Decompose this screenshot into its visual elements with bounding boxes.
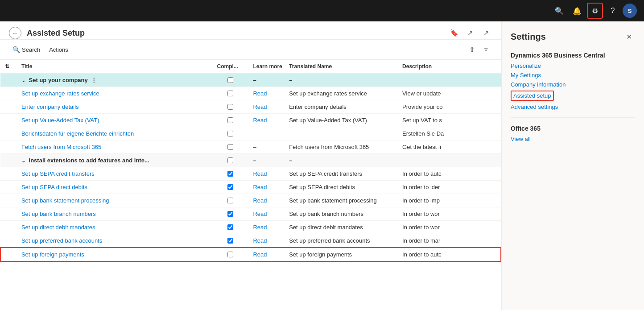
col-title[interactable]: Title — [17, 60, 213, 74]
avatar[interactable]: S — [623, 4, 637, 18]
settings-link-my-settings[interactable]: My Settings — [511, 72, 635, 79]
row-learn[interactable]: Read — [248, 248, 285, 261]
row-learn[interactable]: Read — [248, 234, 285, 248]
table-container[interactable]: ⇅ Title Compl... Learn more Translated N… — [0, 60, 501, 310]
learn-more-link[interactable]: Read — [253, 184, 267, 190]
row-learn[interactable]: Read — [248, 221, 285, 234]
row-title-link[interactable]: Enter company details — [21, 103, 79, 110]
row-title-link[interactable]: Set up preferred bank accounts — [21, 237, 102, 244]
settings-nav-icon[interactable]: ⚙ — [587, 3, 603, 19]
collapse-icon[interactable]: ⌄ — [21, 158, 25, 163]
col-completed[interactable]: Compl... — [213, 60, 249, 74]
table-row[interactable]: Set up bank statement processing Read Se… — [0, 194, 501, 207]
row-title-link[interactable]: Set up SEPA direct debits — [21, 184, 87, 190]
learn-more-link[interactable]: Read — [253, 103, 267, 110]
learn-more-link[interactable]: Read — [253, 251, 267, 258]
row-checkbox[interactable] — [227, 117, 233, 123]
table-row[interactable]: Set up direct debit mandates Read Set up… — [0, 221, 501, 234]
row-sort — [0, 141, 17, 154]
col-translated-name[interactable]: Translated Name — [285, 60, 398, 74]
dots-menu-icon[interactable]: ⋮ — [91, 77, 97, 83]
row-title-link[interactable]: Set up SEPA credit transfers — [21, 170, 95, 177]
row-learn[interactable]: Read — [248, 167, 285, 181]
col-sort[interactable]: ⇅ — [0, 60, 17, 74]
settings-link-view-all[interactable]: View all — [511, 136, 635, 142]
row-title-link[interactable]: Berichtsdaten für eigene Berichte einric… — [21, 130, 134, 137]
row-checkbox[interactable] — [227, 104, 233, 110]
table-row[interactable]: Set up preferred bank accounts Read Set … — [0, 234, 501, 248]
row-desc: In order to autc — [398, 167, 501, 181]
group-learn: – — [248, 74, 285, 87]
group-checkbox[interactable] — [227, 157, 233, 163]
row-title-link[interactable]: Set up direct debit mandates — [21, 224, 95, 231]
row-checkbox[interactable] — [227, 252, 233, 257]
group-row[interactable]: ⌄ Install extensions to add features and… — [0, 154, 501, 167]
group-row-title[interactable]: ⌄ Set up your company ⋮ — [17, 74, 213, 87]
row-checkbox[interactable] — [227, 91, 233, 96]
settings-close-button[interactable]: ✕ — [623, 30, 635, 43]
row-checkbox[interactable] — [227, 184, 233, 190]
row-learn[interactable]: Read — [248, 114, 285, 127]
highlighted-table-row[interactable]: Set up foreign payments Read Set up fore… — [0, 248, 501, 261]
learn-more-link[interactable]: Read — [253, 117, 267, 124]
row-learn[interactable]: Read — [248, 100, 285, 114]
group-row-title[interactable]: ⌄ Install extensions to add features and… — [17, 154, 213, 167]
row-checkbox[interactable] — [227, 144, 233, 150]
toolbar-right: ⇧ ▿ — [466, 43, 492, 56]
table-row[interactable]: Berichtsdaten für eigene Berichte einric… — [0, 127, 501, 141]
row-checkbox[interactable] — [227, 238, 233, 244]
settings-link-company-info[interactable]: Company information — [511, 81, 635, 88]
row-title-link[interactable]: Fetch users from Microsoft 365 — [21, 144, 101, 150]
table-row[interactable]: Set up bank branch numbers Read Set up b… — [0, 207, 501, 221]
learn-more-link[interactable]: Read — [253, 197, 267, 204]
learn-more-link[interactable]: Read — [253, 237, 267, 244]
row-learn[interactable]: Read — [248, 194, 285, 207]
row-desc: In order to wor — [398, 207, 501, 221]
table-row[interactable]: Set up Value-Added Tax (VAT) Read Set up… — [0, 114, 501, 127]
group-checkbox[interactable] — [227, 77, 233, 83]
row-title-link[interactable]: Set up Value-Added Tax (VAT) — [21, 117, 99, 124]
learn-more-link[interactable]: Read — [253, 211, 267, 217]
collapse-icon[interactable]: ⌄ — [21, 78, 25, 83]
col-learn-more[interactable]: Learn more — [248, 60, 285, 74]
back-button[interactable]: ← — [9, 27, 21, 39]
row-sort — [0, 167, 17, 181]
search-nav-icon[interactable]: 🔍 — [551, 3, 567, 19]
bookmark-icon[interactable]: 🔖 — [448, 27, 460, 39]
row-title: Fetch users from Microsoft 365 — [17, 141, 213, 154]
row-title-link[interactable]: Set up bank branch numbers — [21, 211, 96, 217]
row-learn[interactable]: Read — [248, 207, 285, 221]
row-completed — [213, 248, 249, 261]
table-row[interactable]: Fetch users from Microsoft 365 – Fetch u… — [0, 141, 501, 154]
row-checkbox[interactable] — [227, 224, 233, 230]
share-icon[interactable]: ⇧ — [466, 43, 478, 56]
row-checkbox[interactable] — [227, 131, 233, 136]
settings-link-assisted-setup[interactable]: Assisted setup — [511, 91, 554, 101]
learn-more-link[interactable]: Read — [253, 90, 267, 97]
col-description[interactable]: Description — [398, 60, 501, 74]
actions-button[interactable]: Actions — [45, 45, 72, 55]
search-button[interactable]: 🔍 Search — [9, 44, 44, 55]
settings-link-advanced-settings[interactable]: Advanced settings — [511, 103, 635, 110]
row-title-link[interactable]: Set up exchange rates service — [21, 90, 99, 97]
settings-link-personalize[interactable]: Personalize — [511, 62, 635, 69]
table-row[interactable]: Set up exchange rates service Read Set u… — [0, 87, 501, 100]
bell-icon[interactable]: 🔔 — [569, 3, 585, 19]
row-checkbox[interactable] — [227, 198, 233, 203]
help-icon[interactable]: ? — [605, 3, 621, 19]
row-title-link[interactable]: Set up foreign payments — [21, 251, 84, 258]
filter-icon[interactable]: ▿ — [480, 43, 492, 56]
row-learn[interactable]: Read — [248, 87, 285, 100]
row-checkbox[interactable] — [227, 171, 233, 177]
learn-more-link[interactable]: Read — [253, 224, 267, 231]
expand-icon[interactable]: ↗ — [480, 27, 492, 39]
row-learn[interactable]: Read — [248, 181, 285, 194]
table-row[interactable]: Enter company details Read Enter company… — [0, 100, 501, 114]
row-title-link[interactable]: Set up bank statement processing — [21, 197, 109, 204]
table-row[interactable]: Set up SEPA direct debits Read Set up SE… — [0, 181, 501, 194]
share-window-icon[interactable]: ↗ — [464, 27, 476, 39]
group-row[interactable]: ⌄ Set up your company ⋮ – – — [0, 74, 501, 87]
table-row[interactable]: Set up SEPA credit transfers Read Set up… — [0, 167, 501, 181]
row-checkbox[interactable] — [227, 211, 233, 217]
learn-more-link[interactable]: Read — [253, 170, 267, 177]
